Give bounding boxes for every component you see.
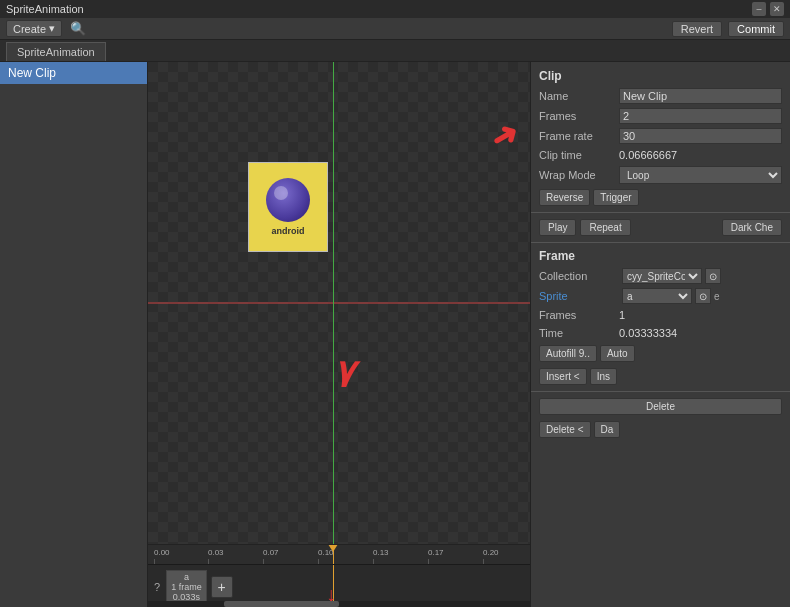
wrap-mode-select[interactable]: Loop Once PingPong bbox=[619, 166, 782, 184]
insert-row: Insert < Ins bbox=[531, 365, 790, 388]
collection-label: Collection bbox=[539, 270, 619, 282]
collection-select[interactable]: cyy_SpriteColc bbox=[622, 268, 702, 284]
collection-row: Collection cyy_SpriteColc ⊙ bbox=[531, 266, 790, 286]
frame-rate-row: Frame rate bbox=[531, 126, 790, 146]
timeline-help: ? bbox=[152, 581, 162, 593]
annotation-number-1: ٧ bbox=[333, 352, 353, 396]
reverse-trigger-row: Reverse Trigger bbox=[531, 186, 790, 209]
time-label: Time bbox=[539, 327, 619, 339]
clip-time-row: Clip time 0.06666667 bbox=[531, 146, 790, 164]
main-area: New Clip android ➜ ٧ bbox=[0, 62, 790, 607]
title-bar-controls: – ✕ bbox=[752, 2, 784, 16]
clip-time-value: 0.06666667 bbox=[619, 149, 782, 161]
right-panel: Clip Name Frames Frame rate Clip time 0.… bbox=[530, 62, 790, 607]
center-column: android ➜ ٧ 0.00 0.03 bbox=[148, 62, 530, 607]
create-chevron-icon: ▾ bbox=[49, 22, 55, 35]
canvas-viewport: android ➜ ٧ bbox=[148, 62, 530, 544]
menu-bar: Create ▾ 🔍 Revert Commit bbox=[0, 18, 790, 40]
wrap-mode-label: Wrap Mode bbox=[539, 169, 619, 181]
time-value: 0.03333334 bbox=[619, 327, 782, 339]
clip-frame-label: 1 frame bbox=[171, 582, 202, 592]
title-bar: SpriteAnimation – ✕ bbox=[0, 0, 790, 18]
reverse-button[interactable]: Reverse bbox=[539, 189, 590, 206]
collection-dot-button[interactable]: ⊙ bbox=[705, 268, 721, 284]
scrollbar-thumb[interactable] bbox=[224, 601, 339, 607]
ins-button[interactable]: Ins bbox=[590, 368, 617, 385]
menu-right: Revert Commit bbox=[672, 21, 784, 37]
auto-button[interactable]: Auto bbox=[600, 345, 635, 362]
trigger-button[interactable]: Trigger bbox=[593, 189, 638, 206]
divider-2 bbox=[531, 242, 790, 243]
insert-button[interactable]: Insert < bbox=[539, 368, 587, 385]
close-button[interactable]: ✕ bbox=[770, 2, 784, 16]
timeline-section: 0.00 0.03 0.07 0.10 0.13 bbox=[148, 544, 530, 607]
create-button[interactable]: Create ▾ bbox=[6, 20, 62, 37]
horizontal-scrollbar[interactable] bbox=[148, 601, 530, 607]
repeat-button[interactable]: Repeat bbox=[580, 219, 630, 236]
frames-label: Frames bbox=[539, 110, 619, 122]
timeline-clip-a[interactable]: a 1 frame 0.033s bbox=[166, 570, 207, 604]
frames-2-label: Frames bbox=[539, 309, 619, 321]
title-bar-title: SpriteAnimation bbox=[6, 3, 84, 15]
sprite-label[interactable]: Sprite bbox=[539, 290, 619, 302]
clip-a-label: a bbox=[184, 572, 189, 582]
tick-0: 0.00 bbox=[154, 548, 170, 557]
delete-lt-button[interactable]: Delete < bbox=[539, 421, 591, 438]
play-bar: Play Repeat Dark Che bbox=[531, 216, 790, 239]
delete-row-1: Delete bbox=[531, 395, 790, 418]
name-label: Name bbox=[539, 90, 619, 102]
da-button[interactable]: Da bbox=[594, 421, 621, 438]
delete-button[interactable]: Delete bbox=[539, 398, 782, 415]
tab-bar: SpriteAnimation bbox=[0, 40, 790, 62]
sprite-label: android bbox=[272, 226, 305, 236]
minimize-button[interactable]: – bbox=[752, 2, 766, 16]
sprite-extra: e bbox=[714, 291, 720, 302]
revert-button[interactable]: Revert bbox=[672, 21, 722, 37]
dark-check-button[interactable]: Dark Che bbox=[722, 219, 782, 236]
sprite-animation-tab[interactable]: SpriteAnimation bbox=[6, 42, 106, 61]
delete-row-2: Delete < Da bbox=[531, 418, 790, 441]
autofill-button[interactable]: Autofill 9.. bbox=[539, 345, 597, 362]
tick-6: 0.20 bbox=[483, 548, 499, 557]
add-clip-button[interactable]: + bbox=[211, 576, 233, 598]
divider-3 bbox=[531, 391, 790, 392]
tick-2: 0.07 bbox=[263, 548, 279, 557]
create-label: Create bbox=[13, 23, 46, 35]
sprite-row: Sprite a ⊙ e bbox=[531, 286, 790, 306]
play-button[interactable]: Play bbox=[539, 219, 576, 236]
frames-2-row: Frames 1 bbox=[531, 306, 790, 324]
frame-rate-label: Frame rate bbox=[539, 130, 619, 142]
commit-button[interactable]: Commit bbox=[728, 21, 784, 37]
clip-time-label: Clip time bbox=[539, 149, 619, 161]
sprite-dot-button[interactable]: ⊙ bbox=[695, 288, 711, 304]
tick-1: 0.03 bbox=[208, 548, 224, 557]
sidebar: New Clip bbox=[0, 62, 148, 607]
tick-5: 0.17 bbox=[428, 548, 444, 557]
divider-1 bbox=[531, 212, 790, 213]
sprite-container: android bbox=[248, 162, 328, 252]
sprite-icon bbox=[266, 178, 310, 222]
frame-rate-input[interactable] bbox=[619, 128, 782, 144]
crosshair-vertical bbox=[333, 62, 334, 544]
sprite-select[interactable]: a bbox=[622, 288, 692, 304]
frame-section-title: Frame bbox=[531, 246, 790, 266]
playhead[interactable] bbox=[333, 545, 334, 564]
search-button[interactable]: 🔍 bbox=[70, 21, 86, 36]
wrap-mode-row: Wrap Mode Loop Once PingPong bbox=[531, 164, 790, 186]
autofill-row: Autofill 9.. Auto bbox=[531, 342, 790, 365]
clip-name-row: Name bbox=[531, 86, 790, 106]
name-input[interactable] bbox=[619, 88, 782, 104]
clip-section-title: Clip bbox=[531, 66, 790, 86]
tick-4: 0.13 bbox=[373, 548, 389, 557]
timeline-ruler: 0.00 0.03 0.07 0.10 0.13 bbox=[148, 545, 530, 565]
clip-time-label: 0.033s bbox=[173, 592, 200, 602]
frames-input[interactable] bbox=[619, 108, 782, 124]
time-row: Time 0.03333334 bbox=[531, 324, 790, 342]
frames-2-value: 1 bbox=[619, 309, 782, 321]
sidebar-item-new-clip[interactable]: New Clip bbox=[0, 62, 147, 84]
menu-left: Create ▾ 🔍 bbox=[6, 20, 86, 37]
clip-frames-row: Frames bbox=[531, 106, 790, 126]
annotation-arrow-1: ➜ bbox=[483, 113, 525, 159]
sprite-box: android bbox=[248, 162, 328, 252]
playhead-top bbox=[328, 545, 338, 552]
